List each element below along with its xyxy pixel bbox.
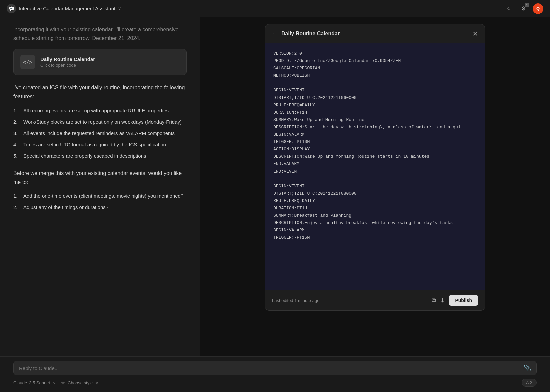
- model-version: 3.5 Sonnet: [29, 380, 50, 385]
- close-icon: ✕: [472, 30, 478, 37]
- app-icon: 💬: [7, 4, 16, 13]
- list-item: 3.All events include the requested remin…: [13, 129, 187, 137]
- style-select[interactable]: ✏ Choose style ∨: [61, 380, 99, 385]
- copy-button[interactable]: ⧉: [432, 297, 436, 304]
- bottom-bar: 📎 Claude 3.5 Sonnet ∨ ✏ Choose style ∨ A…: [0, 356, 550, 392]
- list-item: 1.Add the one-time events (client meetin…: [13, 192, 187, 200]
- code-card-title: Daily Routine Calendar: [40, 56, 95, 62]
- list-num: 4.: [13, 141, 20, 149]
- model-info: Claude 3.5 Sonnet ∨ ✏ Choose style ∨: [13, 380, 99, 385]
- main-layout: incorporating it with your existing cale…: [0, 17, 550, 356]
- code-card-subtitle: Click to open code: [40, 63, 95, 68]
- code-icon: </>: [20, 55, 35, 69]
- list-num: 2.: [13, 118, 20, 126]
- list-num: 1.: [13, 192, 20, 200]
- question-text: Before we merge this with your existing …: [13, 169, 187, 187]
- back-icon: ←: [272, 30, 278, 37]
- followup-list: 1.Add the one-time events (client meetin…: [13, 192, 187, 215]
- body-text: I've created an ICS file with your daily…: [13, 83, 187, 101]
- list-item: 1.All recurring events are set up with a…: [13, 107, 187, 115]
- footer-actions: ⧉ ⬇ Publish: [432, 295, 478, 306]
- model-caret: ∨: [53, 380, 56, 385]
- header-title: Interactive Calendar Management Assistan…: [19, 6, 121, 11]
- modal-header: ← Daily Routine Calendar ✕: [265, 24, 485, 43]
- char-count-badge: A 2: [522, 379, 537, 387]
- attach-button[interactable]: 📎: [524, 364, 531, 372]
- publish-button[interactable]: Publish: [449, 295, 478, 306]
- modal-close-button[interactable]: ✕: [472, 30, 478, 38]
- model-label: Claude: [13, 380, 27, 385]
- avatar-label: Q: [536, 6, 540, 11]
- footer-meta: Last edited 1 minute ago: [272, 298, 319, 303]
- star-icon: ☆: [506, 5, 511, 12]
- intro-text: incorporating it with your existing cale…: [13, 25, 187, 42]
- char-count-value: 2: [530, 380, 532, 385]
- download-button[interactable]: ⬇: [440, 297, 445, 304]
- star-button[interactable]: ☆: [503, 3, 514, 14]
- download-icon: ⬇: [440, 297, 445, 304]
- list-text: All events include the requested reminde…: [23, 129, 187, 137]
- modal: ← Daily Routine Calendar ✕ VERSION:2.0 P…: [265, 24, 485, 311]
- list-item: 2.Adjust any of the timings or durations…: [13, 203, 187, 211]
- list-text: Times are set in UTC format as required …: [23, 141, 187, 149]
- list-text: Work/Study blocks are set to repeat only…: [23, 118, 187, 126]
- list-item: 4.Times are set in UTC format as require…: [13, 141, 187, 149]
- reply-input[interactable]: [19, 365, 524, 371]
- modal-code-area[interactable]: VERSION:2.0 PRODID:-//Google Inc//Google…: [265, 43, 485, 290]
- list-num: 1.: [13, 107, 20, 115]
- list-item: 2.Work/Study blocks are set to repeat on…: [13, 118, 187, 126]
- header-left: 💬 Interactive Calendar Management Assist…: [7, 4, 121, 13]
- style-icon: ✏: [61, 380, 65, 385]
- style-caret: ∨: [95, 380, 99, 385]
- code-content: VERSION:2.0 PRODID:-//Google Inc//Google…: [273, 50, 477, 241]
- features-list: 1.All recurring events are set up with a…: [13, 107, 187, 163]
- reply-input-row: 📎: [13, 361, 537, 375]
- left-panel: incorporating it with your existing cale…: [0, 17, 200, 356]
- modal-header-left: ← Daily Routine Calendar: [272, 30, 340, 37]
- notification-badge: 1: [525, 3, 529, 7]
- list-text: Adjust any of the timings or durations?: [23, 203, 187, 211]
- list-num: 2.: [13, 203, 20, 211]
- copy-icon: ⧉: [432, 297, 436, 304]
- code-card[interactable]: </> Daily Routine Calendar Click to open…: [13, 49, 187, 75]
- char-icon: A: [526, 380, 529, 385]
- right-panel: ← Daily Routine Calendar ✕ VERSION:2.0 P…: [200, 17, 550, 356]
- attach-icon: 📎: [524, 365, 531, 371]
- avatar-button[interactable]: Q: [533, 3, 543, 14]
- modal-title: Daily Routine Calendar: [281, 31, 340, 37]
- title-caret[interactable]: ∨: [118, 6, 121, 11]
- modal-back-button[interactable]: ←: [272, 30, 278, 37]
- code-card-text: Daily Routine Calendar Click to open cod…: [40, 56, 95, 68]
- header-right: ☆ ⚙ 1 Q: [503, 3, 543, 14]
- modal-footer: Last edited 1 minute ago ⧉ ⬇ Publish: [265, 290, 485, 310]
- model-select[interactable]: Claude 3.5 Sonnet ∨: [13, 380, 56, 385]
- list-num: 3.: [13, 129, 20, 137]
- list-text: All recurring events are set up with app…: [23, 107, 187, 115]
- app-header: 💬 Interactive Calendar Management Assist…: [0, 0, 550, 17]
- list-num: 5.: [13, 152, 20, 160]
- list-item: 5.Special characters are properly escape…: [13, 152, 187, 160]
- style-label: Choose style: [68, 380, 93, 385]
- list-text: Special characters are properly escaped …: [23, 152, 187, 160]
- bottom-controls: Claude 3.5 Sonnet ∨ ✏ Choose style ∨ A 2: [13, 379, 537, 387]
- list-text: Add the one-time events (client meetings…: [23, 192, 187, 200]
- filter-button[interactable]: ⚙ 1: [518, 3, 529, 14]
